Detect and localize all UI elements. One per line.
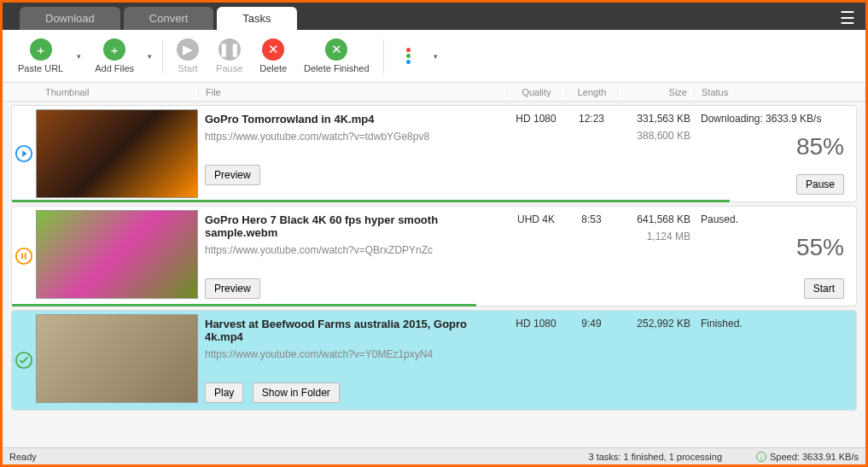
tab-bar: Download Convert Tasks ☰ (3, 3, 865, 30)
svg-rect-3 (25, 253, 26, 259)
toolbar: + Paste URL ▾ + Add Files ▾ ▶ Start ❚❚ P… (3, 30, 865, 83)
pause-icon: ❚❚ (218, 38, 241, 61)
percent-label: 55% (701, 234, 844, 261)
delete-button[interactable]: ✕ Delete (251, 35, 295, 77)
play-state-icon (12, 106, 36, 201)
download-icon: ↓ (756, 452, 766, 462)
quality-cell: HD 1080 (506, 106, 566, 201)
thumbnail (36, 210, 198, 299)
header-thumbnail[interactable]: Thumbnail (3, 87, 199, 97)
task-row[interactable]: GoPro Tomorrowland in 4K.mp4 https://www… (11, 105, 857, 202)
preview-button[interactable]: Preview (205, 278, 260, 299)
delete-finished-button[interactable]: ✕ Delete Finished (295, 35, 377, 77)
file-title: GoPro Tomorrowland in 4K.mp4 (205, 113, 499, 126)
status-cell: Finished. (694, 311, 856, 410)
play-icon: ▶ (177, 38, 199, 61)
pause-state-icon (12, 207, 36, 306)
header-file[interactable]: File (199, 87, 507, 97)
length-cell: 8:53 (566, 207, 617, 306)
separator (162, 39, 163, 73)
file-url: https://www.youtube.com/watch?v=Y0MEz1px… (205, 348, 499, 360)
size-cell: 252,992 KB (617, 311, 694, 410)
task-list: GoPro Tomorrowland in 4K.mp4 https://www… (3, 102, 865, 447)
paste-url-dropdown[interactable]: ▾ (72, 52, 86, 61)
status-cell: Paused. 55% Start (694, 207, 856, 306)
add-files-dropdown[interactable]: ▾ (143, 52, 157, 61)
pause-task-button[interactable]: Pause (796, 174, 844, 195)
size-cell: 641,568 KB 1,124 MB (617, 207, 694, 306)
paste-url-button[interactable]: + Paste URL (9, 35, 72, 77)
status-ready: Ready (9, 452, 37, 462)
check-icon: ✕ (325, 38, 347, 61)
plus-icon: + (30, 38, 52, 61)
svg-point-1 (16, 248, 32, 264)
size-cell: 331,563 KB 388,600 KB (617, 106, 694, 201)
length-cell: 9:49 (566, 311, 617, 410)
plus-icon: + (103, 38, 125, 61)
file-url: https://www.youtube.com/watch?v=QBrxZDPY… (205, 244, 499, 256)
start-button[interactable]: ▶ Start (168, 35, 207, 77)
svg-rect-2 (21, 253, 23, 259)
progress-bar (12, 200, 730, 202)
file-title: GoPro Hero 7 Black 4K 60 fps hyper smoot… (205, 213, 499, 239)
show-in-folder-button[interactable]: Show in Folder (253, 382, 340, 403)
status-bar: Ready 3 tasks: 1 finished, 1 processing … (3, 447, 865, 464)
close-icon: ✕ (262, 38, 284, 61)
quality-cell: UHD 4K (506, 207, 566, 306)
status-cell: Downloading: 3633.9 KB/s 85% Pause (694, 106, 856, 201)
separator (383, 39, 384, 73)
file-url: https://www.youtube.com/watch?v=tdwbYGe8… (205, 131, 499, 143)
tab-tasks[interactable]: Tasks (217, 7, 296, 30)
view-options-button[interactable] (389, 42, 428, 71)
view-options-dropdown[interactable]: ▾ (428, 52, 443, 61)
status-speed: ↓ Speed: 3633.91 KB/s (756, 452, 859, 462)
dots-icon (398, 45, 420, 67)
length-cell: 12:23 (566, 106, 617, 201)
task-row[interactable]: Harvest at Beefwood Farms australia 2015… (11, 310, 857, 411)
header-quality[interactable]: Quality (507, 87, 567, 97)
check-state-icon (12, 311, 36, 410)
file-title: Harvest at Beefwood Farms australia 2015… (205, 318, 499, 343)
thumbnail (36, 314, 198, 403)
pause-button[interactable]: ❚❚ Pause (207, 35, 251, 77)
task-row[interactable]: GoPro Hero 7 Black 4K 60 fps hyper smoot… (11, 206, 857, 306)
header-status[interactable]: Status (695, 87, 865, 97)
quality-cell: HD 1080 (506, 311, 566, 410)
progress-bar (12, 304, 476, 306)
preview-button[interactable]: Preview (205, 165, 260, 185)
menu-icon[interactable]: ☰ (840, 8, 855, 28)
play-button[interactable]: Play (205, 382, 243, 403)
column-headers: Thumbnail File Quality Length Size Statu… (3, 83, 865, 102)
status-summary: 3 tasks: 1 finished, 1 processing (589, 452, 723, 462)
tab-download[interactable]: Download (20, 7, 120, 30)
start-task-button[interactable]: Start (804, 278, 844, 299)
percent-label: 85% (701, 133, 844, 161)
tab-convert[interactable]: Convert (124, 7, 214, 30)
thumbnail (36, 109, 198, 198)
header-size[interactable]: Size (618, 87, 695, 97)
add-files-button[interactable]: + Add Files (86, 35, 143, 77)
header-length[interactable]: Length (567, 87, 618, 97)
